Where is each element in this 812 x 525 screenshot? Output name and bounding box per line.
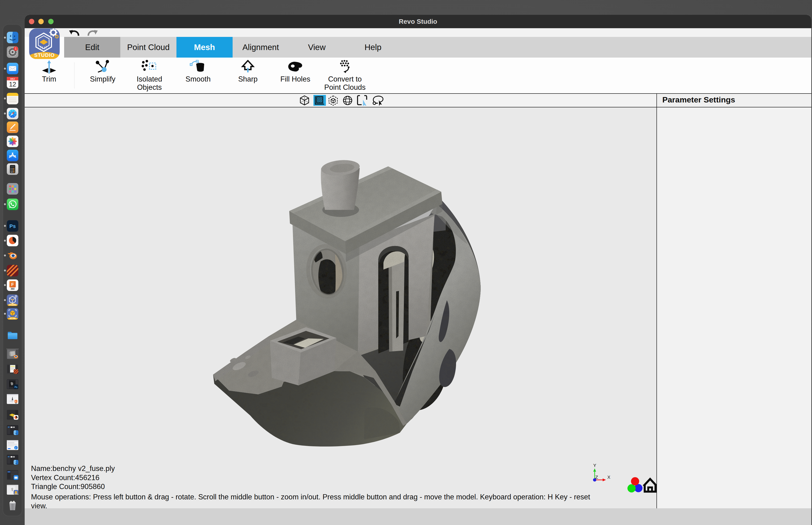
- svg-text:Ps: Ps: [15, 386, 18, 388]
- svg-text:SCAN: SCAN: [10, 317, 16, 320]
- svg-text:360: 360: [15, 403, 17, 404]
- svg-text:F: F: [15, 400, 17, 403]
- svg-text:F: F: [11, 282, 14, 287]
- svg-text:SCAN: SCAN: [15, 494, 17, 494]
- svg-text:Ps: Ps: [10, 223, 16, 229]
- svg-text:12: 12: [9, 81, 16, 88]
- svg-text:STUDIO: STUDIO: [9, 304, 16, 306]
- svg-text:X: X: [607, 475, 610, 480]
- svg-text:Y: Y: [593, 463, 596, 468]
- svg-text:Z: Z: [595, 475, 598, 480]
- svg-text:STUDIO: STUDIO: [34, 52, 55, 58]
- svg-text:360: 360: [11, 288, 15, 290]
- svg-text:1: 1: [15, 47, 17, 50]
- svg-text:DEZ: DEZ: [10, 77, 15, 80]
